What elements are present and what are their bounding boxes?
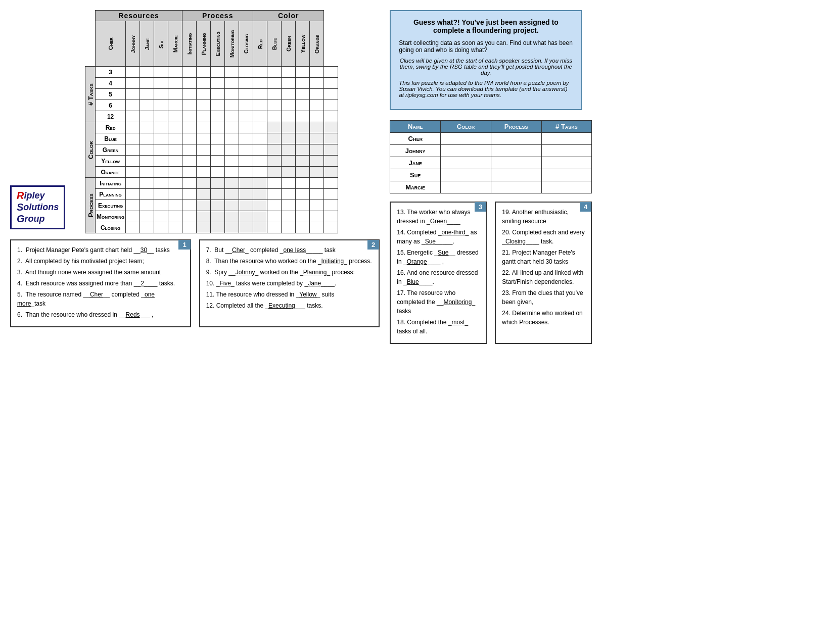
cell[interactable]: [211, 111, 225, 122]
cell[interactable]: [282, 89, 296, 100]
cell[interactable]: [140, 211, 154, 222]
cell[interactable]: [225, 89, 239, 100]
cell[interactable]: [310, 189, 324, 200]
cell[interactable]: [267, 89, 282, 100]
cell[interactable]: [126, 178, 140, 189]
cell[interactable]: [324, 122, 338, 133]
cell[interactable]: [253, 178, 267, 189]
cell[interactable]: [267, 167, 282, 178]
answer-color-sue[interactable]: [441, 169, 491, 181]
cell[interactable]: [282, 156, 296, 167]
cell[interactable]: [324, 78, 338, 89]
cell[interactable]: [197, 122, 211, 133]
cell[interactable]: [310, 122, 324, 133]
cell[interactable]: [197, 167, 211, 178]
cell[interactable]: [126, 211, 140, 222]
cell[interactable]: [211, 222, 225, 233]
cell[interactable]: [140, 100, 154, 111]
cell[interactable]: [310, 211, 324, 222]
answer-color-marcie[interactable]: [441, 181, 491, 193]
cell[interactable]: [168, 67, 182, 78]
cell[interactable]: [168, 100, 182, 111]
cell[interactable]: [154, 78, 168, 89]
cell[interactable]: [324, 189, 338, 200]
cell[interactable]: [296, 78, 310, 89]
cell[interactable]: [267, 133, 282, 144]
cell[interactable]: [197, 200, 211, 211]
cell[interactable]: [225, 167, 239, 178]
cell[interactable]: [154, 189, 168, 200]
cell[interactable]: [310, 78, 324, 89]
cell[interactable]: [267, 222, 282, 233]
cell[interactable]: [267, 156, 282, 167]
cell[interactable]: [310, 200, 324, 211]
answer-color-cher[interactable]: [441, 133, 491, 145]
cell[interactable]: [239, 111, 253, 122]
cell[interactable]: [168, 144, 182, 156]
cell[interactable]: [267, 200, 282, 211]
answer-process-sue[interactable]: [491, 169, 541, 181]
cell[interactable]: [126, 167, 140, 178]
cell[interactable]: [239, 211, 253, 222]
cell[interactable]: [253, 78, 267, 89]
cell[interactable]: [296, 133, 310, 144]
cell[interactable]: [310, 67, 324, 78]
cell[interactable]: [154, 100, 168, 111]
cell[interactable]: [225, 122, 239, 133]
answer-tasks-cher[interactable]: [541, 133, 592, 145]
cell[interactable]: [154, 167, 168, 178]
cell[interactable]: [310, 89, 324, 100]
cell[interactable]: [310, 156, 324, 167]
cell[interactable]: [140, 189, 154, 200]
cell[interactable]: [126, 111, 140, 122]
cell[interactable]: [140, 133, 154, 144]
cell[interactable]: [211, 189, 225, 200]
cell[interactable]: [310, 100, 324, 111]
cell[interactable]: [126, 156, 140, 167]
cell[interactable]: [267, 78, 282, 89]
cell[interactable]: [324, 111, 338, 122]
cell[interactable]: [168, 222, 182, 233]
cell[interactable]: [267, 211, 282, 222]
cell[interactable]: [296, 189, 310, 200]
cell[interactable]: [310, 144, 324, 156]
cell[interactable]: [324, 156, 338, 167]
cell[interactable]: [282, 111, 296, 122]
cell[interactable]: [296, 144, 310, 156]
cell[interactable]: [197, 67, 211, 78]
cell[interactable]: [239, 189, 253, 200]
cell[interactable]: [168, 78, 182, 89]
cell[interactable]: [154, 111, 168, 122]
cell[interactable]: [324, 89, 338, 100]
cell[interactable]: [239, 67, 253, 78]
cell[interactable]: [182, 122, 197, 133]
cell[interactable]: [296, 89, 310, 100]
cell[interactable]: [197, 100, 211, 111]
cell[interactable]: [154, 144, 168, 156]
cell[interactable]: [253, 189, 267, 200]
cell[interactable]: [126, 222, 140, 233]
cell[interactable]: [267, 111, 282, 122]
cell[interactable]: [225, 156, 239, 167]
cell[interactable]: [296, 100, 310, 111]
cell[interactable]: [282, 200, 296, 211]
cell[interactable]: [239, 156, 253, 167]
cell[interactable]: [239, 178, 253, 189]
cell[interactable]: [324, 222, 338, 233]
cell[interactable]: [154, 122, 168, 133]
cell[interactable]: [140, 167, 154, 178]
cell[interactable]: [267, 189, 282, 200]
cell[interactable]: [182, 78, 197, 89]
cell[interactable]: [225, 133, 239, 144]
cell[interactable]: [168, 178, 182, 189]
cell[interactable]: [324, 178, 338, 189]
cell[interactable]: [211, 211, 225, 222]
cell[interactable]: [225, 100, 239, 111]
cell[interactable]: [239, 133, 253, 144]
cell[interactable]: [282, 133, 296, 144]
cell[interactable]: [282, 178, 296, 189]
cell[interactable]: [253, 222, 267, 233]
cell[interactable]: [197, 189, 211, 200]
cell[interactable]: [253, 211, 267, 222]
cell[interactable]: [168, 211, 182, 222]
